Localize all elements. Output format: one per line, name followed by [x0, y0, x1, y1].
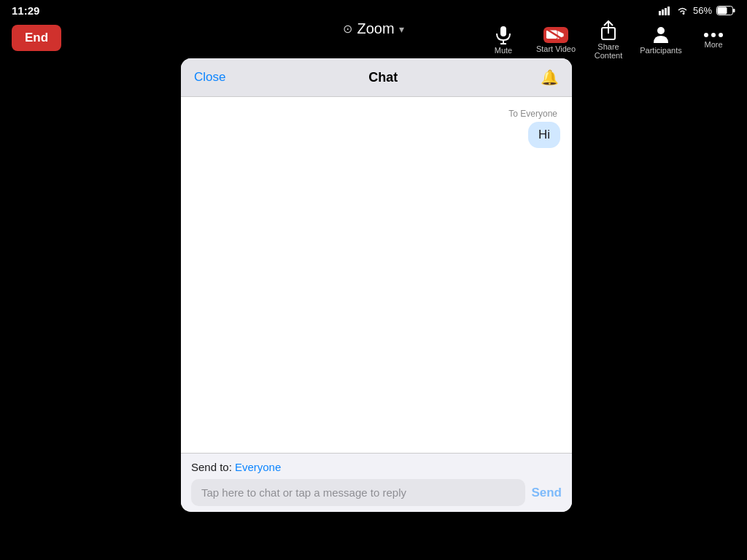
battery-percent: 56% [693, 5, 712, 16]
status-bar: 11:29 56% [0, 0, 747, 20]
battery-icon [716, 6, 735, 15]
notification-bell-icon[interactable]: 🔔 [541, 69, 559, 86]
start-video-label: Start Video [536, 44, 576, 53]
zoom-title-area: ⊙ Zoom ▾ [343, 20, 403, 37]
status-time: 11:29 [12, 4, 39, 17]
chat-footer: Send to: Everyone Send [181, 453, 572, 512]
participants-label: Participants [640, 46, 681, 55]
send-to-value[interactable]: Everyone [235, 461, 281, 473]
share-content-button[interactable]: Share Content [584, 18, 633, 63]
svg-rect-7 [500, 26, 506, 36]
svg-rect-3 [667, 7, 670, 15]
person-icon [652, 26, 670, 44]
input-row: Send [191, 479, 562, 506]
shield-icon: ⊙ [343, 22, 352, 36]
share-icon [600, 20, 616, 41]
send-to-label: Send to: [191, 461, 232, 473]
message-bubble: Hi [528, 122, 560, 148]
wifi-icon [676, 6, 689, 15]
toolbar: Mute Start Video Share Content [479, 18, 738, 63]
chat-header: Close Chat 🔔 [181, 58, 572, 97]
zoom-label: Zoom [357, 20, 394, 37]
chat-title: Chat [368, 70, 398, 85]
send-button[interactable]: Send [531, 486, 562, 500]
svg-point-17 [711, 33, 716, 37]
chevron-down-icon[interactable]: ▾ [399, 23, 404, 35]
svg-rect-6 [733, 9, 735, 12]
message-recipient: To Everyone [508, 109, 557, 119]
svg-rect-5 [718, 7, 727, 14]
microphone-icon [495, 26, 511, 44]
participants-button[interactable]: Participants [636, 23, 686, 58]
more-button[interactable]: More [689, 28, 738, 52]
svg-rect-1 [662, 9, 664, 15]
chat-close-button[interactable]: Close [194, 70, 225, 85]
start-video-button[interactable]: Start Video [531, 24, 581, 56]
svg-rect-0 [659, 11, 661, 15]
share-content-label: Share Content [587, 42, 630, 60]
svg-point-18 [719, 33, 723, 37]
more-dots-icon [703, 31, 724, 39]
chat-input[interactable] [191, 479, 525, 506]
svg-rect-2 [665, 8, 667, 15]
message-group: To Everyone Hi [508, 109, 560, 148]
video-icon [543, 27, 568, 43]
mute-label: Mute [495, 46, 512, 55]
svg-point-15 [657, 27, 665, 34]
svg-point-16 [704, 33, 708, 37]
mute-button[interactable]: Mute [479, 23, 528, 58]
signal-icon [659, 6, 672, 15]
end-button[interactable]: End [12, 25, 61, 51]
chat-messages-area: To Everyone Hi [181, 97, 572, 453]
send-to-row: Send to: Everyone [191, 461, 562, 473]
status-icons: 56% [659, 5, 735, 16]
chat-modal: Close Chat 🔔 To Everyone Hi Send to: Eve… [181, 58, 572, 512]
more-label: More [704, 40, 722, 49]
